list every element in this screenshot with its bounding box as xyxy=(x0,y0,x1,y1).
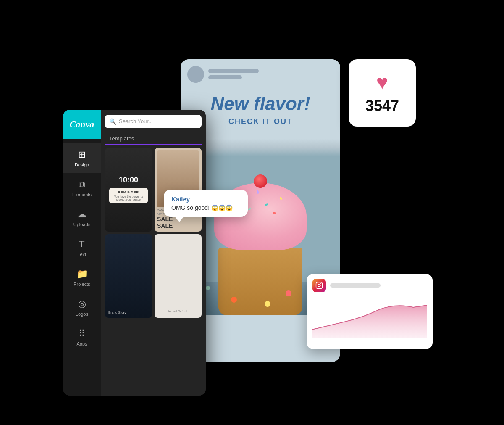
sidebar-item-uploads[interactable]: ☁ Uploads xyxy=(63,203,101,233)
svg-point-1 xyxy=(318,284,320,287)
search-icon: 🔍 xyxy=(109,118,116,125)
folder-icon: 📁 xyxy=(76,269,88,280)
sidebar-label-elements: Elements xyxy=(72,192,92,197)
candy xyxy=(265,301,270,307)
post-header xyxy=(181,59,340,90)
tmpl3-label: Brand Story xyxy=(105,307,152,318)
sidebar-nav: ⊞ Design ⧉ Elements ☁ Uploads T Text xyxy=(63,143,101,352)
post-avatar xyxy=(187,66,204,83)
analytics-card xyxy=(307,274,433,349)
sidebar-item-projects[interactable]: 📁 Projects xyxy=(63,263,101,293)
text-icon: T xyxy=(79,239,84,250)
canva-search-bar[interactable]: 🔍 Search Your... xyxy=(105,115,202,128)
sidebar-label-projects: Projects xyxy=(74,282,90,287)
sidebar-item-elements[interactable]: ⧉ Elements xyxy=(63,173,101,203)
comment-text: OMG so good! 😱😱😱 xyxy=(171,204,240,211)
cupcake-wrapper xyxy=(218,248,302,315)
tmpl1-text: You have the power to protect your peace xyxy=(113,195,144,201)
sidebar-label-design: Design xyxy=(75,162,89,167)
templates-label: Templates xyxy=(105,133,202,145)
upload-icon: ☁ xyxy=(77,209,87,220)
cherry xyxy=(254,174,267,188)
post-name-line xyxy=(208,69,259,73)
design-icon: ⊞ xyxy=(78,149,86,160)
tmpl1-title: REMINDER xyxy=(113,190,144,194)
canva-main: 🔍 Search Your... Templates 10:00 REMINDE… xyxy=(101,110,206,396)
canva-sidebar: Canva ⊞ Design ⧉ Elements ☁ Uploads xyxy=(63,110,101,396)
instagram-icon xyxy=(312,279,326,292)
post-meta xyxy=(208,69,259,79)
template-item-4[interactable]: Annual Refresh xyxy=(155,234,202,318)
canva-logo: Canva xyxy=(70,119,94,130)
candy xyxy=(206,286,210,290)
logos-icon: ◎ xyxy=(78,298,86,309)
tmpl1-reminder: REMINDER You have the power to protect y… xyxy=(109,188,148,203)
template-item-1[interactable]: 10:00 REMINDER You have the power to pro… xyxy=(105,148,152,232)
sidebar-label-logos: Logos xyxy=(76,311,88,317)
candy xyxy=(286,290,291,296)
search-placeholder: Search Your... xyxy=(119,118,153,124)
sidebar-item-logos[interactable]: ◎ Logos xyxy=(63,293,101,322)
tmpl4-text: Annual Refresh xyxy=(168,310,188,313)
comment-username: Kailey xyxy=(171,195,240,203)
likes-count: 3547 xyxy=(365,97,399,115)
sidebar-item-text[interactable]: T Text xyxy=(63,233,101,263)
analytics-header xyxy=(307,274,433,297)
comment-bubble: Kailey OMG so good! 😱😱😱 xyxy=(164,190,248,217)
analytics-account-line xyxy=(330,283,381,288)
tmpl2-sale2: SALE xyxy=(157,222,199,229)
sidebar-label-uploads: Uploads xyxy=(74,222,90,227)
likes-card: ♥ 3547 xyxy=(349,59,416,127)
template-item-3[interactable]: Brand Story xyxy=(105,234,152,318)
sidebar-item-design[interactable]: ⊞ Design xyxy=(63,143,101,173)
sidebar-label-text: Text xyxy=(78,252,86,257)
svg-rect-0 xyxy=(316,282,323,288)
apps-icon: ⠿ xyxy=(79,328,85,339)
sidebar-label-apps: Apps xyxy=(76,341,87,346)
post-subtitle: CHECK IT OUT xyxy=(189,117,332,126)
canva-panel: Canva ⊞ Design ⧉ Elements ☁ Uploads xyxy=(63,110,206,396)
canva-logo-area: Canva xyxy=(63,110,101,139)
post-title: New flavor! xyxy=(189,94,332,114)
svg-point-2 xyxy=(320,283,321,284)
template-grid: 10:00 REMINDER You have the power to pro… xyxy=(101,148,206,318)
heart-icon: ♥ xyxy=(376,71,388,94)
elements-icon: ⧉ xyxy=(79,179,85,190)
wrapper-lines xyxy=(218,248,302,315)
analytics-chart xyxy=(307,297,433,343)
post-date-line xyxy=(208,75,242,79)
sidebar-item-apps[interactable]: ⠿ Apps xyxy=(63,322,101,352)
candy xyxy=(231,297,237,303)
tmpl1-time: 10:00 xyxy=(119,176,138,185)
